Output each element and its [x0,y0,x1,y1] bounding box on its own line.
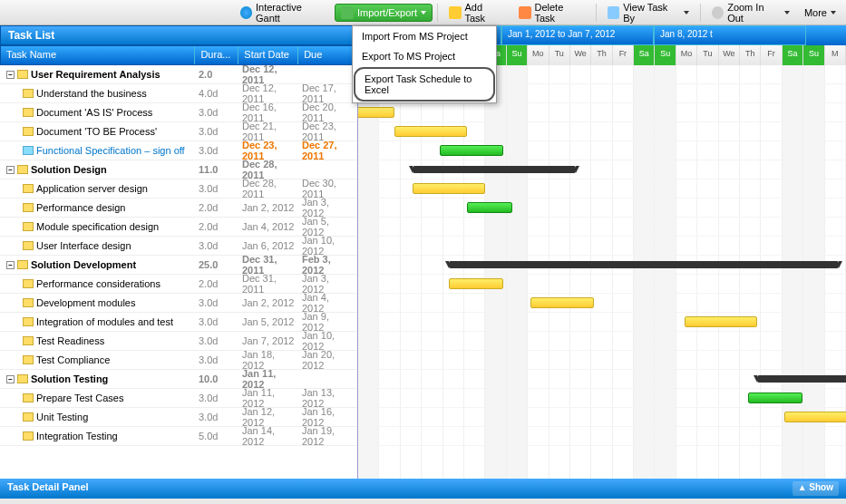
gantt-bar[interactable] [685,316,757,327]
cell-due: Jan 19, 2012 [298,425,356,447]
day-cell: Mo [528,45,549,65]
day-cell: Su [803,45,824,65]
zoom-label: Zoom In Out [727,2,781,24]
task-row[interactable]: Test Readiness3.0dJan 7, 2012Jan 10, 201… [0,332,357,351]
add-task-button[interactable]: Add Task [442,0,511,26]
gantt-row [358,408,846,427]
show-panel-button[interactable]: ▲ Show [793,481,839,496]
col-start-date[interactable]: Start Date [238,46,298,64]
delete-task-button[interactable]: Delete Task [512,0,591,26]
task-row[interactable]: −Solution Design11.0Dec 28, 2011 [0,160,357,179]
task-row[interactable]: −Solution Development25.0Dec 31, 2011Feb… [0,256,357,275]
expand-toggle[interactable]: − [6,71,15,79]
gantt-row [358,389,846,408]
gantt-bar[interactable] [784,412,846,422]
day-cell: Su [655,45,676,65]
gantt-row [358,351,846,370]
task-row[interactable]: −User Requirement Analysis2.0Dec 12, 201… [0,65,357,84]
expand-toggle[interactable]: − [6,261,15,269]
gantt-row [358,218,846,237]
task-row[interactable]: Document 'AS IS' Process3.0dDec 16, 2011… [0,103,357,122]
cell-start: Dec 31, 2011 [238,273,298,295]
import-export-button[interactable]: Import/Export [335,4,433,22]
gantt-bar[interactable] [748,393,802,403]
dropdown-export-ms[interactable]: Export To MS Project [353,46,496,66]
task-row[interactable]: Development modules3.0dJan 2, 2012Jan 4,… [0,294,357,313]
col-task-name[interactable]: Task Name [1,46,195,64]
gantt-row [358,370,846,389]
day-cell: We [570,45,591,65]
interactive-gantt-button[interactable]: Interactive Gantt [234,0,333,26]
task-name-text: Document 'AS IS' Process [36,107,152,118]
task-row[interactable]: Performance design2.0dJan 2, 2012Jan 3, … [0,199,357,218]
task-row[interactable]: Unit Testing3.0dJan 12, 2012Jan 16, 2012 [0,408,357,427]
gantt-bar[interactable] [449,261,839,268]
cell-start: Jan 2, 2012 [238,297,298,308]
task-name-text: Functional Specification – sign off [36,145,185,156]
delete-task-label: Delete Task [535,2,585,24]
dropdown-import-ms[interactable]: Import From MS Project [353,26,496,46]
cell-dur: 3.0d [195,240,238,251]
dropdown-export-excel[interactable]: Export Task Schedule to Excel [354,67,495,102]
interactive-gantt-label: Interactive Gantt [256,2,326,24]
task-icon [23,89,34,98]
gantt-row [358,199,846,218]
col-duration[interactable]: Dura... [195,46,238,64]
gantt-bar[interactable] [467,202,512,213]
gantt-bar[interactable] [413,166,576,173]
task-icon [17,260,28,269]
task-row[interactable]: Integration Testing5.0dJan 14, 2012Jan 1… [0,427,357,446]
gantt-row [358,332,846,351]
expand-toggle[interactable]: − [6,166,15,174]
gantt-bar[interactable] [530,297,594,308]
toolbar-separator [700,4,701,22]
task-row[interactable]: Integration of modules and test3.0dJan 5… [0,313,357,332]
cell-dur: 5.0d [195,431,238,441]
task-name-text: Development modules [36,297,135,308]
task-icon [23,184,34,193]
more-button[interactable]: More [798,5,842,21]
task-name-text: Performance design [36,202,125,213]
cell-dur: 10.0 [195,373,238,384]
day-cell: M [825,45,846,65]
gantt-bar[interactable] [413,183,485,194]
gantt-row [358,275,846,294]
day-cell: Fr [761,45,782,65]
cell-dur: 2.0d [195,202,238,213]
main-toolbar: Interactive Gantt Import/Export Add Task… [0,0,846,25]
gantt-row [358,179,846,199]
task-row[interactable]: Understand the business4.0dDec 12, 2011D… [0,84,357,103]
task-row[interactable]: Test Compliance3.0dJan 18, 2012Jan 20, 2… [0,351,357,370]
task-row[interactable]: User Interface design3.0dJan 6, 2012Jan … [0,237,357,256]
add-icon [449,6,462,19]
gantt-bar[interactable] [394,126,467,137]
task-row[interactable]: Module specification design2.0dJan 4, 20… [0,218,357,237]
task-icon [23,317,34,326]
task-name-text: Test Compliance [36,354,110,365]
view-task-by-button[interactable]: View Task By [601,0,695,26]
expand-toggle[interactable]: − [6,375,15,383]
cell-start: Jan 14, 2012 [238,425,298,447]
gantt-row [358,160,846,179]
task-icon [23,412,34,422]
gantt-bar[interactable] [358,107,394,118]
task-row[interactable]: −Solution Testing10.0Jan 11, 2012 [0,370,357,389]
view-task-by-label: View Task By [623,2,680,24]
toolbar-separator [596,4,597,22]
col-due-date[interactable]: Due [298,46,356,64]
task-row[interactable]: Performance considerations2.0dDec 31, 20… [0,275,357,294]
toolbar-separator [437,4,438,22]
task-row[interactable]: Functional Specification – sign off3.0dD… [0,141,357,160]
gantt-row [358,141,846,160]
zoom-icon [712,6,724,19]
task-row[interactable]: Document 'TO BE Process'3.0dDec 21, 2011… [0,122,357,141]
cell-start: Jan 6, 2012 [238,240,298,251]
gantt-bar[interactable] [440,145,503,156]
task-name-text: Prepare Test Cases [36,393,123,403]
task-row[interactable]: Application server design3.0dDec 28, 201… [0,179,357,199]
gantt-area[interactable] [358,65,846,479]
zoom-button[interactable]: Zoom In Out [705,0,796,26]
gantt-bar[interactable] [757,375,846,383]
gantt-bar[interactable] [449,278,503,289]
task-row[interactable]: Prepare Test Cases3.0dJan 11, 2012Jan 13… [0,389,357,408]
